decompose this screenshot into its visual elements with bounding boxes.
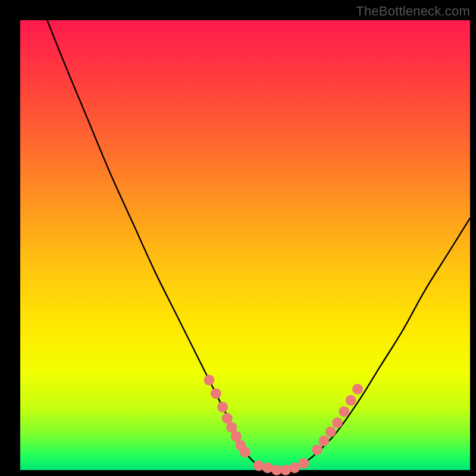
marker-dot [339, 406, 349, 417]
chart-frame: TheBottleneck.com [0, 0, 476, 476]
marker-dot [318, 436, 329, 446]
marker-dot [346, 395, 356, 406]
marker-dot [332, 418, 343, 428]
marker-dot [253, 460, 264, 471]
marker-dot [312, 444, 322, 455]
marker-dot [262, 462, 273, 473]
marker-dot [217, 402, 228, 412]
chart-svg [20, 20, 470, 470]
marker-dot [298, 458, 309, 469]
marker-dot [211, 388, 221, 399]
marker-dot [240, 447, 250, 458]
marker-dot [352, 384, 363, 394]
bottleneck-curve [47, 20, 470, 471]
marker-dot [325, 427, 336, 437]
marker-dot [204, 375, 215, 386]
marker-dots [204, 375, 363, 475]
plot-area [20, 20, 470, 470]
marker-dot [280, 465, 291, 475]
watermark-text: TheBottleneck.com [356, 4, 470, 19]
